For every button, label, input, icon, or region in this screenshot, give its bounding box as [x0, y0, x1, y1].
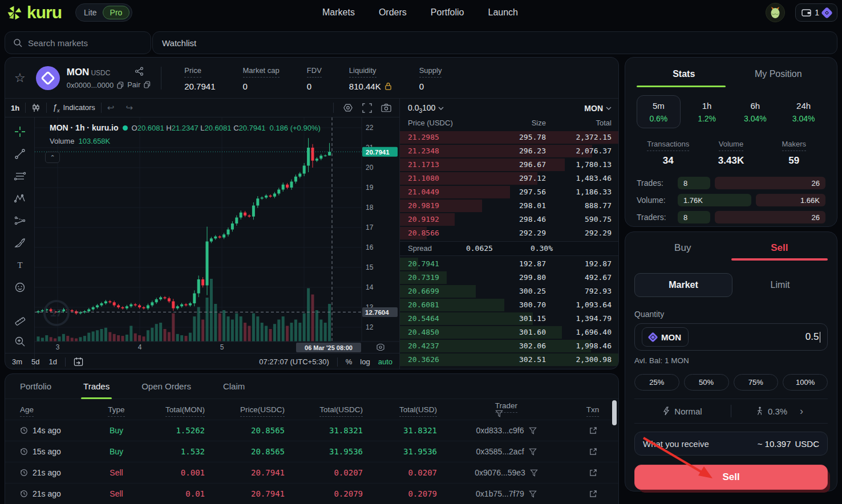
- trade-row[interactable]: 15s agoBuy1.53220.856531.953631.95360x35…: [5, 441, 618, 462]
- ask-row[interactable]: 21.0449297.561,186.33: [400, 185, 619, 199]
- nav-item-portfolio[interactable]: Portfolio: [431, 7, 464, 18]
- external-link-icon[interactable]: [589, 469, 597, 477]
- bid-row[interactable]: 20.7941192.87192.87: [400, 257, 619, 271]
- interval-button[interactable]: 1h: [5, 104, 25, 112]
- chart-plot[interactable]: 222120191817161514131234520.794112.76040…: [35, 117, 400, 353]
- orderbook-unit-selector[interactable]: MON: [584, 104, 612, 113]
- parallel-channel-icon[interactable]: [14, 170, 26, 182]
- search-input[interactable]: [28, 38, 131, 48]
- trade-txn-link[interactable]: [589, 490, 597, 498]
- bid-row[interactable]: 20.7319299.80492.67: [400, 271, 619, 284]
- screenshot-camera-icon[interactable]: [381, 103, 391, 112]
- token-selector-chip[interactable]: MON: [642, 327, 689, 347]
- zoom-in-icon[interactable]: [14, 335, 26, 348]
- col-total-usd-[interactable]: Total(USD): [399, 405, 437, 414]
- col-type[interactable]: Type: [108, 405, 124, 414]
- order-options-row[interactable]: Normal 0.3% ›: [634, 399, 828, 424]
- candlestick-chart[interactable]: 222120191817161514131234520.794112.76040…: [35, 117, 400, 353]
- kuru-logo[interactable]: kuru: [7, 3, 62, 22]
- legend-collapse-button[interactable]: ⌃: [45, 152, 60, 163]
- external-link-icon[interactable]: [589, 448, 597, 456]
- share-icon[interactable]: [135, 67, 144, 76]
- copy-pair-icon[interactable]: [144, 81, 151, 88]
- external-link-icon[interactable]: [589, 426, 597, 435]
- tab-open-orders[interactable]: Open Orders: [141, 374, 191, 399]
- trade-row[interactable]: 14s agoBuy1.526220.856531.832131.83210xd…: [5, 420, 618, 441]
- trade-trader[interactable]: 0x9076...59e3: [475, 468, 538, 477]
- fullscreen-icon[interactable]: [362, 103, 372, 113]
- bid-row[interactable]: 20.4850301.601,696.40: [400, 326, 619, 339]
- crosshair-icon[interactable]: [14, 125, 26, 138]
- ask-row[interactable]: 20.9192298.46590.75: [400, 213, 619, 226]
- chevron-right-icon[interactable]: ›: [800, 405, 803, 417]
- timeframe-1h[interactable]: 1h1.2%: [685, 95, 729, 128]
- trade-row[interactable]: 21s agoSell0.00120.79410.02070.02070x907…: [5, 462, 618, 483]
- range-3m[interactable]: 3m: [12, 357, 22, 366]
- trade-trader[interactable]: 0xd833...c9f6: [476, 426, 536, 435]
- tab-buy[interactable]: Buy: [634, 238, 731, 261]
- goto-date-calendar-icon[interactable]: [74, 357, 83, 367]
- copy-address-icon[interactable]: [117, 82, 124, 89]
- tab-trades[interactable]: Trades: [83, 374, 110, 399]
- market-search[interactable]: [5, 31, 151, 54]
- bid-row[interactable]: 20.4237302.061,998.46: [400, 339, 619, 353]
- user-avatar[interactable]: [766, 3, 785, 22]
- filter-funnel-icon[interactable]: [530, 469, 538, 477]
- bid-row[interactable]: 20.5464301.151,394.79: [400, 312, 619, 326]
- chart-settings-icon[interactable]: [343, 103, 353, 113]
- percent-100[interactable]: 100%: [783, 374, 828, 391]
- trade-txn-link[interactable]: [589, 469, 597, 477]
- indicators-button[interactable]: ƒx Indicators: [47, 103, 101, 113]
- ask-row[interactable]: 21.2985295.782,372.15: [400, 131, 619, 144]
- percent-50[interactable]: 50%: [684, 374, 729, 391]
- brush-icon[interactable]: [14, 237, 26, 249]
- nav-item-launch[interactable]: Launch: [488, 7, 519, 18]
- filter-funnel-icon[interactable]: [529, 448, 537, 456]
- external-link-icon[interactable]: [589, 490, 597, 498]
- undo-icon[interactable]: ↩: [102, 103, 120, 113]
- trade-txn-link[interactable]: [589, 426, 597, 435]
- tick-size-selector[interactable]: 0.03100: [408, 103, 444, 114]
- market-order-button[interactable]: Market: [634, 273, 732, 297]
- col-trader[interactable]: Trader: [495, 401, 517, 417]
- sell-submit-button[interactable]: Sell: [634, 465, 828, 490]
- tab-portfolio[interactable]: Portfolio: [20, 374, 51, 399]
- emoji-tool-icon[interactable]: [14, 281, 26, 294]
- tab-sell[interactable]: Sell: [731, 238, 828, 261]
- bid-row[interactable]: 20.6699300.25792.93: [400, 284, 619, 298]
- trade-row[interactable]: 21s agoSell0.0120.79410.20790.20790x1b75…: [5, 483, 618, 504]
- quantity-input[interactable]: MON 0.5: [634, 323, 828, 351]
- xabcd-pattern-icon[interactable]: [14, 192, 26, 205]
- pro-option[interactable]: Pro: [103, 6, 130, 19]
- ask-row[interactable]: 20.8566292.29292.29: [400, 226, 619, 240]
- wallet-button[interactable]: 1: [795, 3, 837, 22]
- ask-row[interactable]: 21.1713296.671,780.13: [400, 158, 619, 172]
- favorite-star-icon[interactable]: ☆: [14, 71, 26, 86]
- percent-scale-button[interactable]: %: [346, 357, 353, 366]
- col-price-usdc-[interactable]: Price(USDC): [240, 405, 285, 414]
- auto-scale-button[interactable]: auto: [378, 357, 392, 366]
- trade-trader[interactable]: 0x3585...2acf: [476, 447, 536, 456]
- trade-txn-link[interactable]: [589, 448, 597, 456]
- projection-icon[interactable]: [14, 214, 26, 227]
- tab-claim[interactable]: Claim: [223, 374, 245, 399]
- percent-25[interactable]: 25%: [634, 374, 679, 391]
- tab-my-position[interactable]: My Position: [731, 66, 826, 87]
- range-1d[interactable]: 1d: [49, 357, 57, 366]
- timeframe-6h[interactable]: 6h3.04%: [734, 95, 778, 128]
- clock-utc[interactable]: 07:27:07 (UTC+5:30): [259, 357, 329, 366]
- percent-75[interactable]: 75%: [734, 374, 779, 391]
- lite-option[interactable]: Lite: [78, 6, 103, 19]
- nav-item-orders[interactable]: Orders: [379, 7, 407, 18]
- ask-row[interactable]: 20.9819298.01888.77: [400, 199, 619, 213]
- bid-row[interactable]: 20.6081300.701,093.64: [400, 298, 619, 312]
- col-total-mon-[interactable]: Total(MON): [165, 405, 205, 414]
- tab-stats[interactable]: Stats: [637, 66, 731, 87]
- filter-funnel-icon[interactable]: [529, 490, 537, 498]
- col-txn[interactable]: Txn: [586, 405, 600, 414]
- candle-style-button[interactable]: [26, 103, 46, 112]
- quantity-value[interactable]: 0.5: [805, 331, 819, 343]
- timeframe-5m[interactable]: 5m0.6%: [637, 95, 681, 128]
- ask-row[interactable]: 21.2348296.232,076.37: [400, 144, 619, 158]
- col-total-usdc-[interactable]: Total(USDC): [319, 405, 363, 414]
